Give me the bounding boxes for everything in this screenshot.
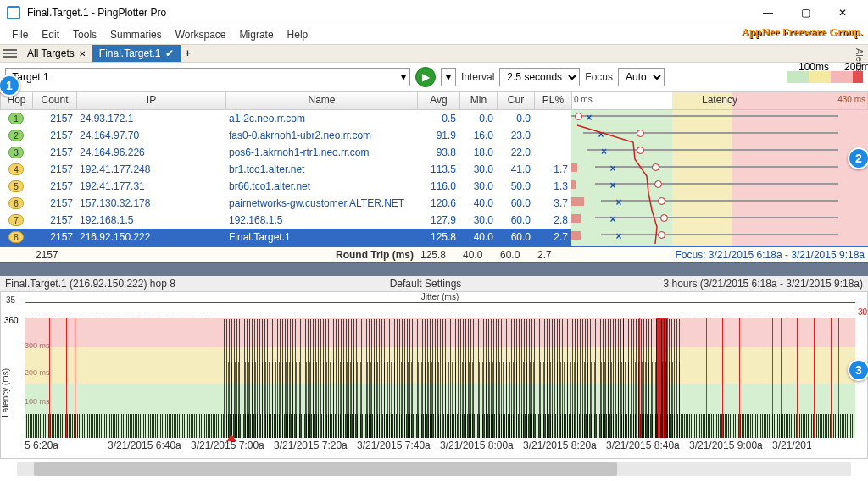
minimize-button[interactable]: — [749,0,787,25]
cell-cur: 60.0 [497,231,534,243]
target-input[interactable] [9,71,401,83]
tab-list-icon[interactable] [3,49,17,58]
add-tab-button[interactable]: + [181,47,196,59]
col-pl[interactable]: PL% [535,92,572,109]
summary-focus: Focus: 3/21/2015 6:18a - 3/21/2015 9:18a [571,249,868,261]
cell-ip: 216.92.150.222 [76,231,225,243]
table-row[interactable]: 8 2157 216.92.150.222 Final.Target.1 125… [0,229,868,246]
cell-name: 192.168.1.5 [225,214,417,226]
app-icon [7,6,20,19]
play-options-button[interactable]: ▾ [441,68,456,86]
col-latency[interactable]: Latency 0 ms 430 ms [572,92,867,109]
col-avg[interactable]: Avg [418,92,460,109]
menu-migrate[interactable]: Migrate [233,27,281,42]
menu-edit[interactable]: Edit [35,27,66,42]
cell-pl: 2.8 [534,214,571,226]
tab-all-targets[interactable]: All Targets ✕ [20,45,92,62]
chart-header: Final.Target.1 (216.92.150.222) hop 8 De… [0,276,868,291]
maximize-button[interactable]: ▢ [787,0,824,25]
annotation-marker-3: 3 [848,359,868,381]
x-tick: 3/21/2015 7:00a [191,440,274,453]
annotation-marker-2: 2 [848,147,868,169]
cell-avg: 113.5 [417,163,459,175]
splitter-bar[interactable] [0,263,868,276]
cell-name: pos6-1.akrnoh1-rtr1.neo.rr.com [225,147,417,158]
table-row[interactable]: 7 2157 192.168.1.5 192.168.1.5 127.9 30.… [0,212,868,229]
window-title: Final.Target.1 - PingPlotter Pro [27,7,749,19]
table-row[interactable]: 1 2157 24.93.172.1 a1-2c.neo.rr.com 0.5 … [0,110,868,127]
cell-latency-graph: × [571,127,868,144]
menu-workspace[interactable]: Workspace [169,27,233,42]
cell-avg: 0.5 [417,113,459,124]
chart-target-label: Final.Target.1 (216.92.150.222) hop 8 [5,278,225,290]
cell-cur: 41.0 [497,163,534,175]
close-icon[interactable]: ✕ [79,49,86,58]
x-tick: 3/21/2015 9:00a [689,440,772,453]
x-tick: 3/21/2015 8:40a [606,440,689,453]
cell-ip: 192.168.1.5 [76,214,225,226]
col-ip[interactable]: IP [77,92,226,109]
tabstrip: All Targets ✕ Final.Target.1 ✔ + Alerts [0,44,868,63]
cell-avg: 91.9 [417,130,459,141]
menu-tools[interactable]: Tools [66,27,103,42]
interval-select[interactable]: 2.5 seconds [499,68,580,86]
table-row[interactable]: 3 2157 24.164.96.226 pos6-1.akrnoh1-rtr1… [0,144,868,161]
cell-cur: 60.0 [497,197,534,209]
timeline-chart[interactable]: Jitter (ms) 35 30 360 Latency (ms) 100 m… [0,291,868,459]
chevron-down-icon[interactable]: ▾ [401,71,406,83]
cell-avg: 93.8 [417,147,459,158]
chart-plot-area[interactable]: 100 ms 200 ms 300 ms [25,318,855,438]
jitter-label: Jitter (ms) [421,292,459,301]
latency-legend: 100ms 200ms [787,71,863,83]
target-combobox[interactable]: ▾ [5,68,410,86]
col-count[interactable]: Count [33,92,77,109]
cell-name: a1-2c.neo.rr.com [225,113,417,124]
col-min[interactable]: Min [460,92,498,109]
cell-avg: 125.8 [417,231,459,243]
menu-help[interactable]: Help [281,27,315,42]
timeline-scrollbar[interactable] [17,462,851,476]
close-button[interactable]: ✕ [824,0,861,25]
cell-pl: 1.3 [534,180,571,192]
play-button[interactable]: ▶ [415,67,436,87]
y-axis-label: Latency (ms) [1,368,10,417]
summary-cur: 60.0 [497,249,534,261]
scrollbar-thumb[interactable] [34,462,618,476]
cell-min: 18.0 [459,147,497,158]
check-icon: ✔ [165,47,174,59]
table-row[interactable]: 2 2157 24.164.97.70 fas0-0.akrnoh1-ubr2.… [0,127,868,144]
tab-label: Final.Target.1 [99,47,161,59]
cell-ip: 24.93.172.1 [76,113,225,124]
col-cur[interactable]: Cur [498,92,535,109]
col-name[interactable]: Name [226,92,418,109]
menu-file[interactable]: File [5,27,35,42]
lat-zero: 0 ms [574,95,593,104]
hop-badge: 8 [8,231,24,243]
chart-settings-label: Default Settings [225,278,626,290]
cell-ip: 24.164.97.70 [76,130,225,141]
grid-body: 1 2157 24.93.172.1 a1-2c.neo.rr.com 0.5 … [0,110,868,246]
cell-latency-graph: × [571,212,868,229]
menu-summaries[interactable]: Summaries [103,27,169,42]
jitter-left-value: 35 [6,296,15,305]
hop-badge: 5 [8,180,24,192]
cell-name: Final.Target.1 [225,231,417,243]
table-row[interactable]: 5 2157 192.41.177.31 br66.tco1.alter.net… [0,178,868,195]
hop-badge: 3 [8,147,24,158]
cell-count: 2157 [32,231,76,243]
x-tick: 3/21/201 [772,440,855,453]
legend-200ms: 200ms [844,61,868,73]
cell-latency-graph: × [571,195,868,212]
cell-ip: 192.41.177.248 [76,163,225,175]
hop-badge: 7 [8,214,24,226]
tab-final-target[interactable]: Final.Target.1 ✔ [92,45,181,62]
cell-cur: 23.0 [497,130,534,141]
focus-select[interactable]: Auto [618,68,665,86]
cell-count: 2157 [32,180,76,192]
table-row[interactable]: 4 2157 192.41.177.248 br1.tco1.alter.net… [0,161,868,178]
cell-latency-graph: × [571,144,868,161]
cell-min: 30.0 [459,163,497,175]
cell-min: 40.0 [459,197,497,209]
chart-range-label: 3 hours (3/21/2015 6:18a - 3/21/2015 9:1… [626,278,863,290]
table-row[interactable]: 6 2157 157.130.32.178 pairnetworks-gw.cu… [0,195,868,212]
